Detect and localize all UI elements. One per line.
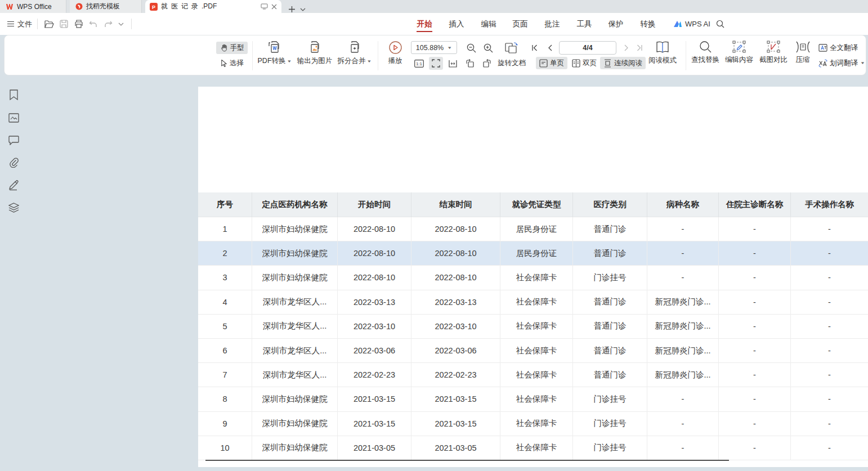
full-translate-button[interactable]: 全文翻译: [817, 42, 859, 54]
docer-icon: [75, 3, 83, 10]
wps-ai-button[interactable]: WPS AI: [673, 13, 710, 35]
rotate-pages-button[interactable]: [503, 41, 520, 55]
actual-size-button[interactable]: 1:1: [412, 57, 426, 70]
table-cell: 深圳市妇幼保健院: [252, 241, 338, 266]
new-tab-icon[interactable]: [288, 6, 296, 13]
chevron-down-icon: ▼: [367, 59, 372, 63]
table-cell: 深圳市妇幼保健院: [252, 266, 338, 290]
menu-tab-label: 页面: [513, 19, 528, 29]
chevron-down-icon: ▼: [287, 59, 292, 63]
tab-wps-office[interactable]: WPS Office: [0, 0, 66, 13]
zoom-level-select[interactable]: 105.88% ▼: [411, 41, 457, 54]
menu-tab-protect[interactable]: 保护: [600, 13, 632, 35]
menu-search-button[interactable]: [716, 13, 724, 35]
table-cell: 新冠肺炎门诊...: [647, 290, 719, 315]
pdf-convert-button[interactable]: PDF转换▼: [256, 41, 294, 72]
hand-tool-button[interactable]: 手型: [216, 42, 248, 54]
compress-button[interactable]: 压缩: [790, 41, 815, 72]
table-cell: 社会保障卡: [500, 412, 573, 436]
rotate-doc-label: 旋转文档: [498, 59, 526, 68]
table-cell: 2022-08-10: [411, 217, 500, 241]
sidebar-bookmark-button[interactable]: [7, 89, 20, 101]
table-cell: 社会保障卡: [500, 339, 573, 363]
save-button[interactable]: [60, 13, 68, 35]
table-bottom-rule: [205, 460, 729, 461]
rotate-right-button[interactable]: [480, 57, 494, 70]
menu-tab-edit[interactable]: 编辑: [473, 13, 504, 35]
last-page-button[interactable]: [634, 42, 645, 54]
table-header-cell: 手术操作名称: [791, 192, 868, 217]
first-page-button[interactable]: [529, 42, 540, 54]
menu-tab-comment[interactable]: 批注: [536, 13, 568, 35]
close-tab-icon[interactable]: [271, 4, 277, 10]
continuous-read-button[interactable]: 连续阅读: [600, 57, 646, 69]
tab-docer[interactable]: 找稻壳模板: [70, 0, 142, 13]
single-page-label: 单页: [550, 59, 564, 68]
edit-content-button[interactable]: 编辑内容: [722, 41, 756, 72]
read-mode-button[interactable]: 阅读模式: [646, 41, 679, 72]
table-row: 4深圳市龙华区人...2022-03-132022-03-13社会保障卡普通门诊…: [198, 290, 868, 315]
next-page-button[interactable]: [621, 42, 632, 54]
file-menu[interactable]: 文件: [7, 13, 32, 35]
table-cell: -: [719, 363, 791, 387]
play-button[interactable]: 播放: [382, 41, 409, 72]
prev-page-button[interactable]: [544, 42, 556, 54]
word-translate-label: 划词翻译: [830, 59, 858, 68]
table-cell: 门诊挂号: [573, 436, 647, 460]
split-merge-button[interactable]: 拆分合并▼: [335, 41, 374, 72]
first-page-icon: [531, 44, 538, 51]
export-image-icon: [307, 41, 322, 55]
medical-records-table: 序号定点医药机构名称开始时间结束时间就诊凭证类型医疗类别病种名称住院主诊断名称手…: [198, 192, 868, 460]
tab-document-active[interactable]: P 就医记录.PDF: [145, 0, 281, 13]
fit-page-icon: [432, 59, 440, 68]
zoom-out-button[interactable]: [465, 42, 477, 54]
table-cell: -: [791, 266, 868, 290]
select-tool-button[interactable]: 选择: [216, 57, 248, 69]
chevron-down-icon: [118, 23, 124, 26]
tab-list-chevron-icon[interactable]: [300, 8, 306, 11]
table-cell: -: [791, 436, 868, 460]
menu-tab-insert[interactable]: 插入: [441, 13, 472, 35]
open-file-button[interactable]: [44, 13, 54, 35]
table-cell: 2022-03-06: [338, 339, 411, 363]
pdf-convert-icon: [267, 41, 282, 55]
rotate-left-button[interactable]: [463, 57, 477, 70]
table-cell: 新冠肺炎门诊...: [647, 315, 719, 339]
table-row: 7深圳市龙华区人...2022-02-232022-02-23社会保障卡普通门诊…: [198, 363, 868, 387]
quickbar-more-chevron[interactable]: [118, 13, 124, 35]
menu-tab-home[interactable]: 开始: [409, 13, 440, 35]
sidebar-comment-button[interactable]: [7, 134, 20, 146]
sidebar-attachment-button[interactable]: [7, 156, 20, 169]
single-page-icon: [539, 59, 548, 68]
export-image-button[interactable]: 输出为图片: [295, 41, 334, 72]
page-indicator-value: 4/4: [583, 44, 592, 52]
fit-width-button[interactable]: [446, 57, 460, 70]
fit-page-button[interactable]: [429, 57, 443, 70]
word-translate-button[interactable]: 划词翻译 ▼: [817, 57, 866, 69]
sidebar-thumbnail-button[interactable]: [7, 111, 20, 124]
pdf-page: 序号定点医药机构名称开始时间结束时间就诊凭证类型医疗类别病种名称住院主诊断名称手…: [198, 87, 868, 467]
pdf-convert-label: PDF转换: [258, 56, 286, 66]
redo-button[interactable]: [104, 13, 113, 35]
find-replace-button[interactable]: 查找替换: [688, 41, 722, 72]
zoom-in-button[interactable]: [482, 42, 494, 54]
table-cell: 居民身份证: [500, 241, 573, 266]
table-cell: 2021-03-15: [338, 412, 411, 436]
page-indicator-input[interactable]: 4/4: [559, 41, 616, 55]
table-cell: 门诊挂号: [573, 266, 647, 290]
sidebar-signature-button[interactable]: [7, 179, 20, 191]
screenshot-compare-button[interactable]: 截图对比: [757, 41, 790, 72]
rotate-doc-button[interactable]: 旋转文档: [498, 57, 526, 70]
next-page-icon: [624, 44, 629, 51]
single-page-button[interactable]: 单页: [536, 57, 567, 69]
menu-tab-page[interactable]: 页面: [504, 13, 536, 35]
pdf-file-icon: P: [150, 3, 158, 11]
undo-button[interactable]: [89, 13, 97, 35]
print-button[interactable]: [74, 13, 83, 35]
read-mode-icon: [655, 41, 670, 54]
sidebar-layers-button[interactable]: [7, 201, 20, 214]
table-row: 1深圳市妇幼保健院2022-08-102022-08-10居民身份证普通门诊--…: [198, 217, 868, 241]
menu-tab-convert[interactable]: 转换: [632, 13, 664, 35]
menu-tab-tools[interactable]: 工具: [569, 13, 600, 35]
screen-share-icon[interactable]: [261, 3, 268, 10]
